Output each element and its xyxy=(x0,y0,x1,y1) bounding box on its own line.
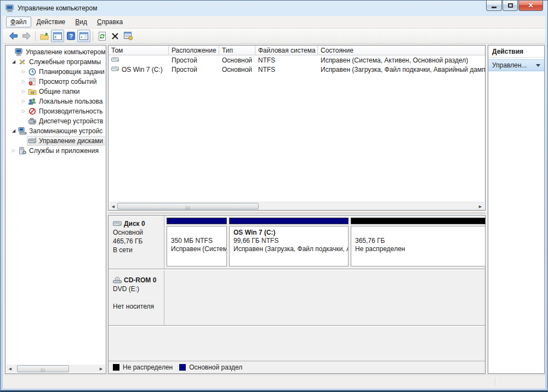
back-button[interactable] xyxy=(7,30,20,42)
legend-bar: Не распределен Основной раздел xyxy=(109,361,485,373)
expander-icon[interactable] xyxy=(20,106,27,116)
expander-icon[interactable] xyxy=(20,96,27,106)
toolbar-separator xyxy=(93,31,93,41)
column-header-status[interactable]: Состояние xyxy=(318,46,485,55)
partition-size: 99,66 ГБ NTFS xyxy=(233,237,344,245)
expander-icon[interactable] xyxy=(20,87,27,96)
actions-group-label: Управлен... xyxy=(492,61,527,69)
volume-row[interactable]: Простой Основной NTFS Исправен (Система,… xyxy=(109,55,485,65)
column-header-location[interactable]: Расположение xyxy=(169,46,219,55)
show-console-tree-button[interactable] xyxy=(51,30,64,42)
maximize-button[interactable] xyxy=(503,1,518,11)
partition-status: Исправен (Систем xyxy=(171,245,222,253)
column-header-filesystem[interactable]: Файловая система xyxy=(255,46,318,55)
status-bar xyxy=(3,374,545,389)
scrollbar-track[interactable]: ||| xyxy=(14,365,97,373)
volume-filesystem: NTFS xyxy=(255,66,318,73)
menu-help[interactable]: Справка xyxy=(93,16,127,27)
tree-item-storage[interactable]: Запоминающие устройс xyxy=(6,126,105,136)
partition-status: Исправен (Загрузка, Файл подкачки, А xyxy=(233,245,344,253)
task-scheduler-icon xyxy=(28,68,37,76)
scroll-right-icon[interactable]: ▶ xyxy=(476,202,484,211)
console-tree-icon xyxy=(53,32,62,40)
status-bar-divider xyxy=(495,377,496,387)
expander-icon[interactable] xyxy=(20,67,27,77)
disk0-label[interactable]: Диск 0 Основной 465,76 ГБ В сети xyxy=(109,215,164,269)
services-icon xyxy=(18,147,27,155)
close-button[interactable]: ✕ xyxy=(518,1,543,11)
tree-item-device-manager[interactable]: Диспетчер устройств xyxy=(6,116,105,126)
volume-row[interactable]: OS Win 7 (C:) Простой Основной NTFS Испр… xyxy=(109,65,485,74)
disk-status: В сети xyxy=(113,246,162,254)
cdrom-drive: DVD (E:) xyxy=(113,285,162,293)
maximize-icon xyxy=(508,3,513,8)
tree-item-disk-management[interactable]: Управление дисками xyxy=(6,136,105,146)
scroll-left-icon[interactable]: ◀ xyxy=(6,365,14,373)
volume-status: Исправен (Загрузка, Файл подкачки, Авари… xyxy=(318,66,485,73)
performance-icon xyxy=(28,107,37,115)
up-one-level-button[interactable] xyxy=(38,30,51,42)
column-header-volume[interactable]: Том xyxy=(109,46,169,55)
menu-action[interactable]: Действие xyxy=(32,16,70,27)
scroll-right-icon[interactable]: ▶ xyxy=(97,365,105,373)
tree-item-computer-management[interactable]: Управление компьютером ( xyxy=(6,47,105,57)
window: Управление компьютером ✕ Файл Действие В… xyxy=(0,0,548,392)
column-header-type[interactable]: Тип xyxy=(219,46,255,55)
partition-system-reserved[interactable]: 350 МБ NTFS Исправен (Систем xyxy=(167,218,227,266)
disk-name: Диск 0 xyxy=(124,219,145,228)
expander-icon[interactable] xyxy=(10,146,17,156)
delete-icon xyxy=(111,32,119,40)
tree-item-shared-folders[interactable]: 22 Общие папки xyxy=(6,87,105,96)
expander-icon[interactable] xyxy=(10,57,17,67)
tree-item-local-users-groups[interactable]: Локальные пользова xyxy=(6,96,105,106)
volume-list-horizontal-scrollbar[interactable]: ◀ ||| ▶ xyxy=(109,202,484,210)
window-title: Управление компьютером xyxy=(18,4,97,12)
tree-item-label: Управление компьютером ( xyxy=(26,48,105,56)
tree-item-services-applications[interactable]: Службы и приложения xyxy=(6,146,105,156)
volume-location: Простой xyxy=(169,56,219,64)
help-button[interactable]: ? xyxy=(64,30,77,42)
event-viewer-icon: ! xyxy=(28,78,37,86)
scroll-left-icon[interactable]: ◀ xyxy=(109,202,117,211)
scrollbar-thumb[interactable]: ||| xyxy=(117,203,259,209)
partition-unallocated[interactable]: 365,76 ГБ Не распределен xyxy=(351,218,486,266)
console-tree: Управление компьютером ( Служебные прогр… xyxy=(6,46,105,365)
menu-file[interactable]: Файл xyxy=(6,16,31,27)
svg-text:22: 22 xyxy=(31,91,35,94)
primary-partition-swatch xyxy=(179,364,186,371)
actions-disk-management-group[interactable]: Управлен... xyxy=(488,59,544,71)
forward-button[interactable] xyxy=(20,30,33,42)
refresh-icon xyxy=(98,32,106,41)
console-tree-panel: Управление компьютером ( Служебные прогр… xyxy=(5,45,106,374)
scrollbar-track[interactable]: ||| xyxy=(117,202,476,210)
scrollbar-thumb[interactable]: ||| xyxy=(17,365,69,372)
partition-color-bar xyxy=(351,218,486,224)
tree-horizontal-scrollbar[interactable]: ◀ ||| ▶ xyxy=(6,365,105,373)
tree-item-task-scheduler[interactable]: Планировщик задани xyxy=(6,67,105,77)
expander-icon[interactable] xyxy=(10,126,17,136)
tree-item-label: Службы и приложения xyxy=(29,147,100,155)
title-bar[interactable]: Управление компьютером ✕ xyxy=(1,1,547,16)
back-icon xyxy=(9,32,18,40)
show-action-pane-button[interactable] xyxy=(77,30,90,42)
tree-item-system-tools[interactable]: Служебные программы xyxy=(6,57,105,67)
tree-item-performance[interactable]: Производительность xyxy=(6,106,105,116)
volume-location: Простой xyxy=(169,66,219,73)
tree-item-label: Общие папки xyxy=(39,88,81,95)
cdrom-empty-area xyxy=(164,270,485,325)
properties-button[interactable] xyxy=(122,30,135,42)
menu-view[interactable]: Вид xyxy=(71,16,92,27)
cdrom-label[interactable]: CD-ROM 0 DVD (E:) Нет носителя xyxy=(109,270,164,325)
volume-type: Основной xyxy=(219,56,255,64)
partition-color-bar xyxy=(229,218,349,224)
refresh-button[interactable] xyxy=(95,30,109,42)
tree-item-label: Просмотр событий xyxy=(39,78,98,86)
panel-splitter[interactable] xyxy=(108,211,486,215)
help-icon: ? xyxy=(67,32,75,40)
tree-item-event-viewer[interactable]: ! Просмотр событий xyxy=(6,77,105,87)
delete-button[interactable] xyxy=(109,30,122,42)
legend-label: Основной раздел xyxy=(189,363,242,371)
minimize-button[interactable] xyxy=(486,1,502,11)
partition-os-win7[interactable]: OS Win 7 (C:) 99,66 ГБ NTFS Исправен (За… xyxy=(229,218,349,266)
expander-icon[interactable] xyxy=(20,77,27,87)
